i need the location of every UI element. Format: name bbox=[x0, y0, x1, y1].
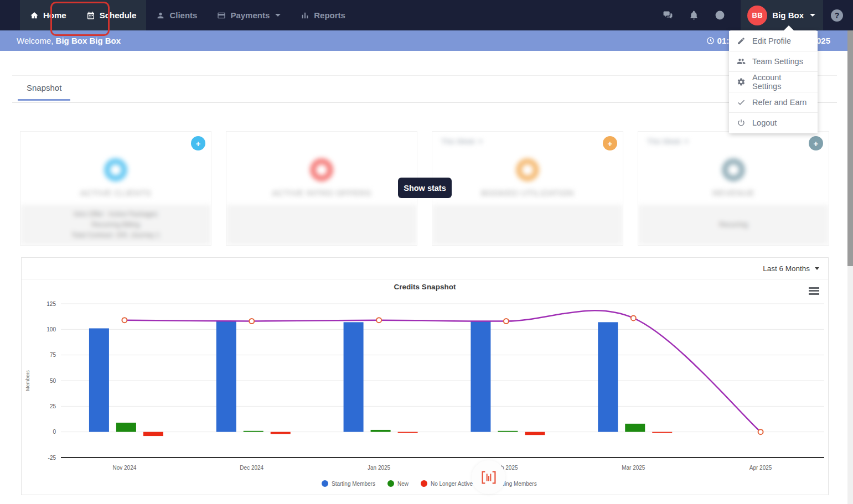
user-dropdown-menu: Edit Profile Team Settings Account Setti… bbox=[729, 30, 818, 133]
menu-item-team-settings[interactable]: Team Settings bbox=[729, 51, 818, 71]
clock-icon[interactable] bbox=[715, 10, 725, 20]
stat-card-title: REVENUE bbox=[712, 188, 754, 198]
nav-payments-label: Payments bbox=[230, 11, 270, 20]
tab-snapshot[interactable]: Snapshot bbox=[18, 83, 70, 101]
nav-item-home[interactable]: Home bbox=[20, 0, 76, 30]
legend-dot-icon bbox=[421, 480, 427, 487]
stat-card-revenue: + This Week REVENUE Recurring bbox=[638, 131, 829, 246]
team-icon bbox=[737, 57, 746, 66]
donut-spinner-icon bbox=[722, 158, 745, 181]
date-range-label: Last 6 Months bbox=[763, 264, 810, 273]
date-range-select[interactable]: Last 6 Months bbox=[763, 264, 819, 273]
messages-icon[interactable] bbox=[663, 10, 673, 20]
welcome-bar: Welcome, Big Box Big Box 01:5 2025 bbox=[0, 30, 853, 51]
legend-label: Starting Members bbox=[332, 481, 375, 487]
navbar-tools: BB Big Box ? bbox=[663, 0, 853, 30]
donut-spinner-icon bbox=[516, 158, 539, 181]
nav-reports-label: Reports bbox=[314, 11, 345, 20]
barcode-logo-icon bbox=[478, 467, 499, 488]
blurred-card-content: ACTIVE INTRO OFFERS bbox=[226, 132, 417, 245]
top-navbar: Home Schedule Clients Payments Reports bbox=[0, 0, 853, 30]
stat-card-footer: Recurring bbox=[638, 205, 829, 245]
menu-item-label: Logout bbox=[752, 118, 777, 127]
nav-clients-label: Clients bbox=[169, 11, 197, 20]
menu-item-edit-profile[interactable]: Edit Profile bbox=[729, 31, 818, 51]
stat-card-title: ACTIVE INTRO OFFERS bbox=[272, 188, 371, 198]
footer-line: Total Contract: 200, Journey 1 bbox=[71, 230, 160, 241]
period-select[interactable]: This Week bbox=[647, 137, 689, 146]
chevron-down-icon bbox=[478, 141, 483, 143]
menu-item-label: Account Settings bbox=[752, 73, 810, 91]
scrollbar-thumb[interactable] bbox=[847, 30, 853, 266]
nav-item-reports[interactable]: Reports bbox=[291, 0, 355, 30]
legend-no-longer-active[interactable]: No Longer Active bbox=[421, 480, 473, 487]
power-icon bbox=[737, 118, 746, 127]
clock-icon bbox=[706, 37, 715, 45]
card-corner-icon[interactable]: + bbox=[603, 136, 617, 150]
avatar: BB bbox=[747, 6, 767, 25]
credits-snapshot-card: Last 6 Months Credits Snapshot 125100755… bbox=[21, 257, 829, 495]
nav-item-payments[interactable]: Payments bbox=[207, 0, 291, 30]
period-select[interactable]: This Week bbox=[441, 137, 483, 146]
nav-item-clients[interactable]: Clients bbox=[146, 0, 207, 30]
stat-card-booked-utilization: + This Week BOOKED UTILIZATION bbox=[432, 131, 623, 246]
payments-icon bbox=[217, 11, 226, 20]
svg-text:Dec 2024: Dec 2024 bbox=[240, 465, 263, 471]
stat-card-title: ACTIVE CLIENTS bbox=[80, 188, 152, 198]
donut-spinner-icon bbox=[104, 158, 127, 181]
pencil-icon bbox=[737, 37, 746, 45]
svg-text:Members: Members bbox=[25, 370, 30, 391]
svg-text:Apr 2025: Apr 2025 bbox=[749, 465, 772, 471]
svg-text:-25: -25 bbox=[48, 455, 56, 461]
show-stats-button[interactable]: Show stats bbox=[398, 178, 452, 198]
tab-bar: Snapshot bbox=[12, 75, 837, 103]
clients-icon bbox=[156, 11, 165, 20]
menu-item-label: Edit Profile bbox=[752, 37, 791, 45]
blurred-card-content: This Week BOOKED UTILIZATION bbox=[432, 132, 623, 245]
stat-card-footer bbox=[226, 205, 417, 245]
chat-widget-launcher[interactable] bbox=[472, 460, 505, 494]
menu-item-refer-and-earn[interactable]: Refer and Earn bbox=[729, 92, 818, 112]
footer-line: Intro Offer : Active Packages bbox=[74, 209, 158, 220]
svg-text:Jan 2025: Jan 2025 bbox=[368, 465, 391, 471]
stat-card-title: BOOKED UTILIZATION bbox=[481, 188, 574, 198]
menu-item-account-settings[interactable]: Account Settings bbox=[729, 71, 818, 92]
chevron-down-icon bbox=[275, 14, 281, 17]
card-corner-icon[interactable]: + bbox=[809, 136, 823, 150]
svg-text:75: 75 bbox=[50, 352, 56, 358]
user-name: Big Box bbox=[772, 11, 804, 20]
reports-icon bbox=[301, 11, 309, 20]
chart-title: Credits Snapshot bbox=[22, 279, 828, 294]
chevron-down-icon bbox=[684, 141, 689, 143]
nav-item-schedule[interactable]: Schedule bbox=[76, 0, 147, 30]
nav-home-label: Home bbox=[43, 11, 66, 20]
stat-card-footer bbox=[432, 205, 623, 245]
menu-item-logout[interactable]: Logout bbox=[729, 112, 818, 133]
notifications-bell-icon[interactable] bbox=[689, 10, 699, 20]
stat-card-active-clients: + ACTIVE CLIENTS Intro Offer : Active Pa… bbox=[20, 131, 211, 246]
chevron-down-icon bbox=[810, 14, 815, 17]
main-nav: Home Schedule Clients Payments Reports bbox=[20, 0, 355, 30]
footer-line: Recurring bbox=[719, 220, 748, 230]
chevron-down-icon bbox=[815, 267, 819, 270]
menu-item-label: Refer and Earn bbox=[752, 98, 807, 107]
gear-icon bbox=[737, 77, 746, 86]
blurred-card-content: ACTIVE CLIENTS Intro Offer : Active Pack… bbox=[20, 132, 211, 245]
legend-new[interactable]: New bbox=[387, 480, 409, 487]
footer-line: Recurring Billing bbox=[91, 220, 139, 230]
user-menu-toggle[interactable]: BB Big Box bbox=[741, 0, 823, 30]
page-scrollbar[interactable] bbox=[847, 30, 853, 504]
svg-text:125: 125 bbox=[46, 301, 56, 307]
legend-label: New bbox=[397, 481, 409, 487]
chart-menu-icon[interactable] bbox=[809, 285, 819, 296]
donut-spinner-icon bbox=[310, 158, 333, 181]
credits-snapshot-chart: 1251007550250-25MembersNov 2024Dec 2024J… bbox=[22, 294, 828, 479]
nav-schedule-label: Schedule bbox=[100, 11, 137, 20]
card-corner-icon[interactable]: + bbox=[191, 136, 205, 150]
calendar-icon bbox=[86, 11, 95, 20]
stat-card-active-intro-offers: ACTIVE INTRO OFFERS bbox=[226, 131, 417, 246]
legend-starting-members[interactable]: Starting Members bbox=[322, 480, 375, 487]
chart-card-header: Last 6 Months bbox=[22, 258, 828, 279]
stat-card-footer: Intro Offer : Active Packages Recurring … bbox=[20, 205, 211, 245]
help-icon[interactable]: ? bbox=[831, 9, 843, 22]
